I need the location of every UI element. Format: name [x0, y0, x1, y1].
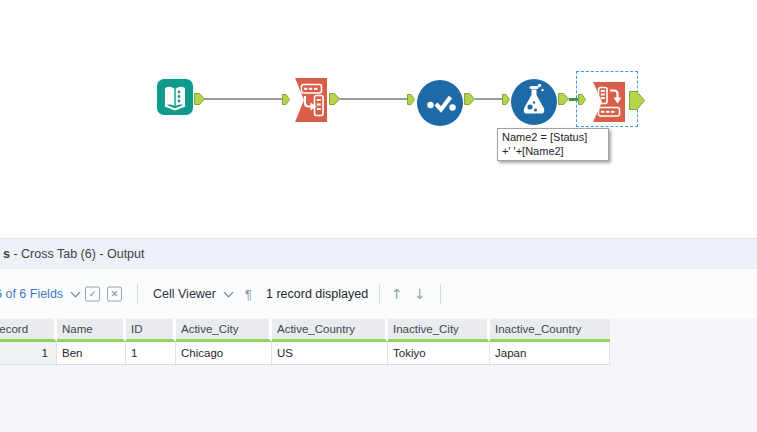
down-arrow-icon[interactable]: ↓ [414, 286, 426, 302]
column-header-active-country[interactable]: Active_Country [272, 319, 388, 342]
column-header-record[interactable]: Record [0, 319, 57, 342]
cell-record: 1 [0, 342, 57, 365]
toolbar-divider [379, 284, 380, 304]
column-header-inactive-city[interactable]: Inactive_City [388, 319, 490, 342]
fields-dropdown[interactable]: 6 of 6 Fields [0, 287, 79, 301]
cell-viewer-label: Cell Viewer [153, 287, 216, 301]
fields-dropdown-label: 6 of 6 Fields [0, 287, 63, 301]
show-whitespace-button[interactable]: ¶ [245, 286, 252, 301]
tooltip-line1: Name2 = [Status] [502, 131, 604, 145]
cell-viewer-dropdown[interactable]: Cell Viewer [153, 287, 232, 301]
toolbar-divider [440, 284, 441, 304]
input-anchor[interactable] [407, 94, 415, 105]
toolbar-divider [137, 284, 138, 304]
results-title: s - Cross Tab (6) - Output [3, 247, 145, 261]
output-anchor-large[interactable] [629, 91, 645, 110]
table-row[interactable]: 1 Ben 1 Chicago US Tokiyo Japan [0, 342, 610, 365]
results-pane: s - Cross Tab (6) - Output 6 of 6 Fields… [0, 238, 757, 432]
tooltip-line2: +' '+[Name2] [502, 145, 604, 159]
output-anchor[interactable] [329, 93, 340, 105]
results-title-bar: s - Cross Tab (6) - Output [0, 239, 757, 269]
cell-id: 1 [126, 342, 176, 365]
column-header-active-city[interactable]: Active_City [176, 319, 272, 342]
input-anchor[interactable] [502, 94, 510, 105]
connection-wire[interactable] [204, 98, 283, 100]
tool-transpose[interactable] [287, 78, 327, 122]
cell-inactive-country: Japan [490, 342, 610, 365]
column-header-name[interactable]: Name [57, 319, 126, 342]
chevron-down-icon [71, 287, 81, 297]
select-all-fields-button[interactable]: ✓ [85, 286, 100, 301]
output-anchor[interactable] [558, 93, 569, 105]
tool-cross-tab[interactable] [585, 82, 625, 122]
connection-wire[interactable] [475, 98, 504, 100]
up-arrow-icon[interactable]: ↑ [391, 286, 403, 302]
transpose-icon [287, 78, 327, 122]
tool-input-data[interactable] [157, 79, 193, 115]
cell-active-city: Chicago [176, 342, 272, 365]
column-header-inactive-country[interactable]: Inactive_Country [490, 319, 610, 342]
check-ellipsis-icon [417, 80, 463, 126]
cell-name: Ben [57, 342, 126, 365]
book-icon [157, 79, 193, 115]
crosstab-icon [585, 82, 625, 122]
deselect-fields-button[interactable]: ✕ [107, 286, 122, 301]
results-title-bold: s [3, 247, 10, 261]
column-header-id[interactable]: ID [126, 319, 176, 342]
results-toolbar: 6 of 6 Fields ✓ ✕ Cell Viewer ¶ 1 record… [0, 269, 757, 318]
tool-select[interactable] [417, 80, 463, 126]
table-header-row: Record Name ID Active_City Active_Countr… [0, 319, 610, 342]
workflow-canvas[interactable]: Name2 = [Status] +' '+[Name2] [0, 0, 757, 238]
x-box-icon: ✕ [111, 288, 119, 298]
cell-inactive-city: Tokiyo [388, 342, 490, 365]
results-table: Record Name ID Active_City Active_Countr… [0, 319, 610, 365]
results-title-rest: - Cross Tab (6) - Output [10, 247, 145, 261]
record-count-label: 1 record displayed [266, 287, 368, 301]
cell-active-country: US [272, 342, 388, 365]
pilcrow-icon: ¶ [245, 286, 252, 301]
formula-tooltip: Name2 = [Status] +' '+[Name2] [497, 128, 609, 161]
check-icon: ✓ [89, 288, 97, 298]
flask-icon [511, 79, 557, 125]
chevron-down-icon [224, 287, 234, 297]
tool-formula[interactable] [511, 79, 557, 125]
connection-wire[interactable] [340, 98, 409, 100]
output-anchor[interactable] [464, 93, 475, 105]
